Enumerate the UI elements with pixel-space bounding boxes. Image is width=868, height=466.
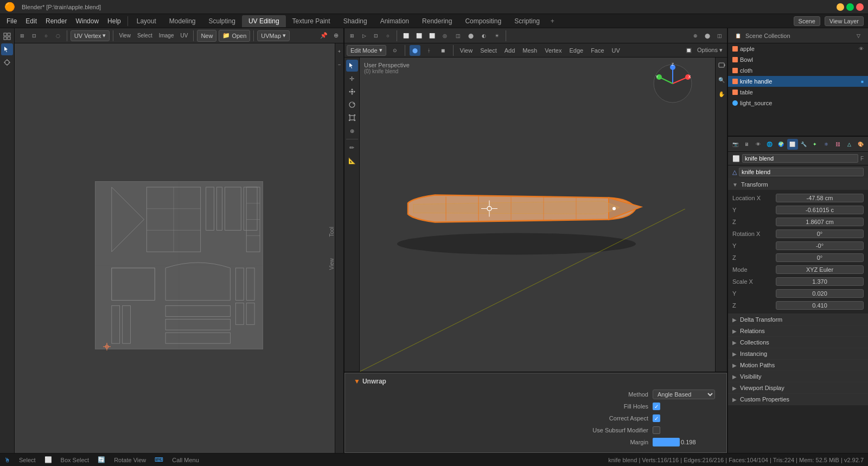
uv-hm[interactable]: UV <box>610 45 622 56</box>
xray-icon[interactable]: ◫ <box>714 30 725 41</box>
new-image-button[interactable]: New <box>197 30 216 42</box>
shading-solid[interactable]: ⬤ <box>465 30 476 41</box>
uv-select-mode-button[interactable] <box>1 43 13 55</box>
vp-pan[interactable]: ✋ <box>716 88 727 100</box>
motion-paths-header[interactable]: ▶ Motion Paths <box>728 360 868 371</box>
collections-header[interactable]: ▶ Collections <box>728 337 868 348</box>
scene-selector[interactable]: Scene <box>794 16 820 26</box>
transform-header[interactable]: ▼ Transform <box>728 179 868 190</box>
maximize-button[interactable] <box>846 3 854 11</box>
prop-tab-material[interactable]: 🎨 <box>855 139 866 150</box>
move-tool[interactable] <box>346 86 358 98</box>
prop-tab-render[interactable]: 📷 <box>730 139 741 150</box>
viewport-display-header[interactable]: ▶ Viewport Display <box>728 382 868 393</box>
outliner-item-bowl[interactable]: Bowl <box>728 54 868 65</box>
outliner-item-table[interactable]: table <box>728 87 868 98</box>
image-menu[interactable]: Image <box>157 30 176 41</box>
custom-properties-header[interactable]: ▶ Custom Properties <box>728 394 868 405</box>
vp-icon-7[interactable]: ⬜ <box>426 30 437 41</box>
vertex-mode-icon[interactable]: ⬤ <box>410 45 420 56</box>
measure-tool[interactable]: 📐 <box>346 155 358 167</box>
rotation-y-value[interactable]: -0° <box>776 241 864 250</box>
overlay-icon[interactable]: ⬤ <box>702 30 713 41</box>
prop-tab-output[interactable]: 🖥 <box>742 139 752 150</box>
vertex-hm[interactable]: Vertex <box>542 45 564 56</box>
correct-aspect-checkbox[interactable]: ✓ <box>653 414 660 422</box>
uv-mode-icon-2[interactable]: ⊡ <box>29 30 40 41</box>
tab-texture-paint[interactable]: Texture Paint <box>286 15 337 27</box>
location-y-value[interactable]: -0.61015 c <box>776 206 864 214</box>
filter-icon[interactable]: ▽ <box>853 30 864 41</box>
vp-icon-3[interactable]: ⊡ <box>371 30 381 41</box>
add-workspace-button[interactable]: + <box>546 15 559 27</box>
scale-x-value[interactable]: 1.370 <box>776 277 864 286</box>
scale-tool[interactable] <box>346 112 358 124</box>
uv-canvas[interactable]: + − Tool View <box>15 43 343 453</box>
margin-bar[interactable] <box>653 438 680 446</box>
view-hm[interactable]: View <box>458 45 475 56</box>
scale-y-value[interactable]: 0.020 <box>776 289 864 298</box>
uv-zoom-in[interactable]: + <box>334 46 344 58</box>
menu-edit[interactable]: Edit <box>21 16 41 26</box>
tab-compositing[interactable]: Compositing <box>458 15 508 27</box>
edge-mode-icon[interactable]: ⟊ <box>424 45 435 56</box>
edge-hm[interactable]: Edge <box>567 45 585 56</box>
menu-window[interactable]: Window <box>71 16 103 26</box>
vp-zoom-camera[interactable] <box>716 60 727 72</box>
outliner-content[interactable]: apple 👁 Bowl cloth knife handle <box>728 43 868 136</box>
use-subsurf-control[interactable] <box>653 426 718 434</box>
prop-tab-object[interactable]: ⬜ <box>787 139 798 150</box>
use-subsurf-checkbox[interactable] <box>653 426 660 434</box>
prop-tab-data[interactable]: △ <box>844 139 854 150</box>
shading-lp[interactable]: ◐ <box>478 30 489 41</box>
vp-icon-4[interactable]: ○ <box>382 30 393 41</box>
uv-mode-icon-3[interactable]: ○ <box>41 30 52 41</box>
visibility-icon[interactable]: 👁 <box>859 46 864 52</box>
prop-tab-scene[interactable]: 🌐 <box>764 139 775 150</box>
delta-transform-header[interactable]: ▶ Delta Transform <box>728 314 868 325</box>
add-hm[interactable]: Add <box>502 45 518 56</box>
close-button[interactable] <box>856 3 864 11</box>
uv-overlay-icon[interactable]: ⊕ <box>330 30 341 41</box>
location-x-value[interactable]: -47.58 cm <box>776 194 864 202</box>
face-hm[interactable]: Face <box>589 45 606 56</box>
menu-render[interactable]: Render <box>41 16 71 26</box>
annotate-tool[interactable]: ✏ <box>346 142 358 154</box>
view-layer-selector[interactable]: View Layer <box>825 16 864 26</box>
proportional-icon[interactable]: ⊙ <box>390 45 400 56</box>
shading-wire[interactable]: ◫ <box>452 30 463 41</box>
fill-holes-control[interactable]: ✓ <box>653 403 718 410</box>
edit-mode-dropdown[interactable]: Edit Mode ▾ <box>347 45 386 56</box>
menu-help[interactable]: Help <box>103 16 125 26</box>
viewport-canvas[interactable]: User Perspective (0) knife blend Z X <box>360 58 727 372</box>
shading-rendered[interactable]: ☀ <box>492 30 502 41</box>
data-name-input[interactable] <box>739 168 864 176</box>
uv-vertex-mode-dropdown[interactable]: UV Vertex ▾ <box>71 30 110 41</box>
vp-icon-2[interactable]: ▷ <box>359 30 369 41</box>
vp-zoom-in[interactable]: 🔍 <box>716 74 727 86</box>
mesh-hm[interactable]: Mesh <box>520 45 539 56</box>
tab-animation[interactable]: Animation <box>374 15 416 27</box>
tab-shading[interactable]: Shading <box>337 15 374 27</box>
uv-mode-icon-4[interactable]: ◌ <box>53 30 63 41</box>
outliner-item-cloth[interactable]: cloth <box>728 65 868 76</box>
fake-user-btn[interactable]: F <box>860 156 864 162</box>
instancing-header[interactable]: ▶ Instancing <box>728 348 868 359</box>
outliner-item-apple[interactable]: apple 👁 <box>728 43 868 54</box>
unwrap-collapse-arrow[interactable]: ▼ <box>354 378 360 385</box>
prop-tab-constraints[interactable]: ⛓ <box>832 139 843 150</box>
tab-rendering[interactable]: Rendering <box>416 15 458 27</box>
tab-layout[interactable]: Layout <box>130 15 163 27</box>
transform-tool[interactable]: ⊕ <box>346 125 358 137</box>
select-hm[interactable]: Select <box>478 45 499 56</box>
uvmap-selector[interactable]: UVMap ▾ <box>257 30 290 41</box>
prop-tab-physics[interactable]: ⚛ <box>821 139 832 150</box>
uv-transform-tool[interactable] <box>1 56 13 68</box>
rotation-z-value[interactable]: 0° <box>776 253 864 262</box>
tab-sculpting[interactable]: Sculpting <box>202 15 242 27</box>
prop-tab-particles[interactable]: ✦ <box>809 139 820 150</box>
cursor-tool[interactable]: ✛ <box>346 73 358 85</box>
tab-modeling[interactable]: Modeling <box>163 15 202 27</box>
rotation-x-value[interactable]: 0° <box>776 229 864 238</box>
face-mode-icon[interactable]: ◼ <box>438 45 449 56</box>
